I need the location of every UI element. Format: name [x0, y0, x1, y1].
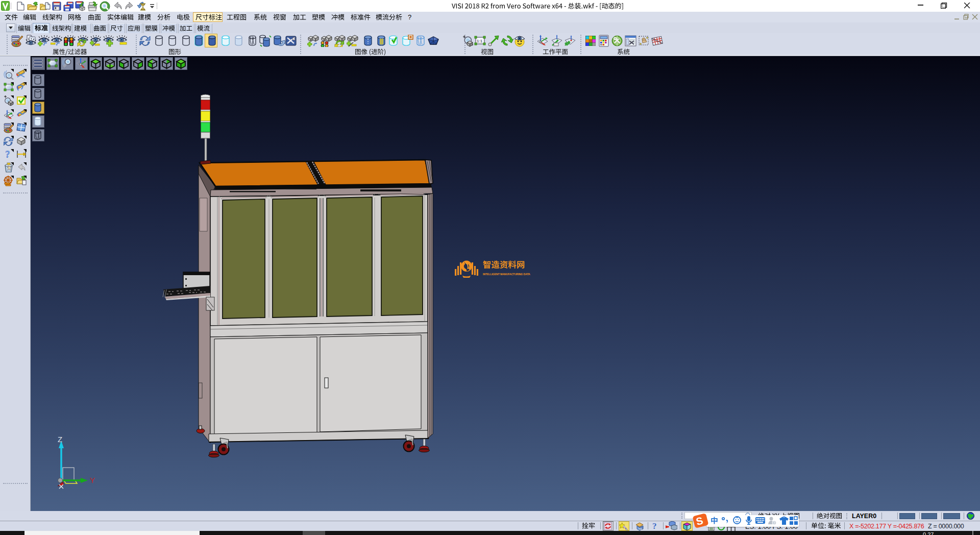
svg-text:40: 40 — [639, 527, 642, 530]
svg-text:?: ? — [652, 521, 657, 531]
svg-text:7: 7 — [773, 521, 775, 525]
svg-text:Y: Y — [90, 476, 95, 484]
svg-text:Z: Z — [58, 435, 62, 444]
svg-text:?: ? — [6, 149, 11, 159]
svg-text:1:1: 1:1 — [477, 39, 483, 43]
